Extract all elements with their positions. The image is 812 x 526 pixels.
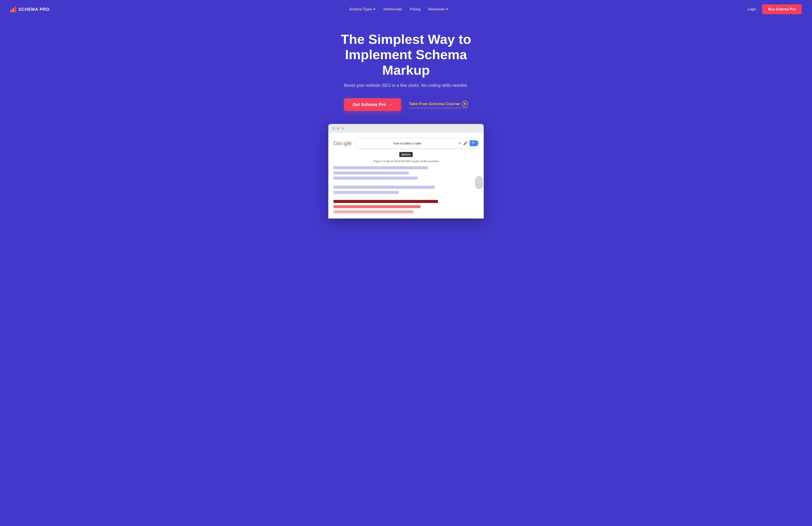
search-clear-icon[interactable]: ✕: [458, 141, 461, 145]
before-badge: Before: [399, 152, 412, 157]
nav-item-pricing[interactable]: Pricing: [410, 8, 420, 11]
hero-subtitle: Boost your website SEO in a few clicks. …: [344, 83, 468, 88]
result-line-5: [333, 191, 398, 194]
result-line-dark: [333, 200, 438, 203]
result-line-pink-light: [333, 210, 414, 213]
spacer: [333, 182, 479, 184]
free-course-link[interactable]: Take Free Schema Course: [409, 101, 468, 108]
browser-dot-1: [332, 127, 335, 130]
get-schema-pro-button[interactable]: Get Schema Pro →: [344, 98, 401, 111]
browser-content: Google how to bake a cake ✕ 🎤 🔍 Before P…: [328, 133, 484, 218]
browser-dot-2: [337, 127, 339, 130]
nav-right: Login Buy Schema Pro: [748, 4, 802, 14]
get-schema-pro-label: Get Schema Pro: [353, 102, 386, 107]
schema-types-chevron-icon: [373, 9, 375, 10]
browser-bar: [328, 124, 484, 133]
login-link[interactable]: Login: [748, 8, 756, 11]
resources-label: Resources: [428, 8, 445, 11]
logo-bar-2: [13, 8, 14, 12]
results-count: Page 6 of about 34,60,00,000 results (0.…: [333, 159, 479, 163]
result-line-4: [333, 186, 435, 189]
nav-item-resources[interactable]: Resources: [428, 8, 448, 11]
play-triangle-icon: [464, 102, 466, 105]
logo-icon: [10, 6, 16, 12]
hero-title: The Simplest Way to Implement Schema Mar…: [320, 31, 492, 78]
arrow-icon: →: [388, 102, 392, 107]
result-line-3: [333, 176, 418, 180]
result-line-pink-dark: [333, 205, 420, 208]
pricing-link[interactable]: Pricing: [410, 8, 420, 11]
logo[interactable]: SCHEMA PRO: [10, 6, 50, 12]
free-course-label: Take Free Schema Course: [409, 101, 460, 106]
logo-bar-3: [15, 6, 16, 12]
google-logo: Google: [333, 140, 352, 147]
resources-chevron-icon: [446, 9, 448, 10]
buy-button[interactable]: Buy Schema Pro: [762, 4, 802, 14]
play-circle-icon: [462, 101, 468, 107]
search-box[interactable]: how to bake a cake ✕ 🎤 🔍: [355, 138, 479, 148]
nav-item-testimonials[interactable]: Testimonials: [383, 8, 402, 11]
search-mic-icon[interactable]: 🎤: [463, 141, 467, 145]
browser-mockup: Google how to bake a cake ✕ 🎤 🔍 Before P…: [328, 124, 484, 218]
hero-cta: Get Schema Pro → Take Free Schema Course: [344, 98, 468, 111]
google-search-row: Google how to bake a cake ✕ 🎤 🔍: [333, 138, 479, 148]
testimonials-link[interactable]: Testimonials: [383, 8, 402, 11]
scrollbar-thumb[interactable]: [475, 176, 483, 189]
nav-item-schema-types[interactable]: Schema Types: [349, 8, 375, 11]
search-results-area: Before Page 6 of about 34,60,00,000 resu…: [333, 152, 479, 213]
schema-types-label: Schema Types: [349, 8, 372, 11]
result-line-1: [333, 166, 428, 169]
result-lines: [333, 166, 479, 213]
logo-bar-1: [10, 10, 12, 12]
search-query: how to bake a cake: [359, 141, 456, 145]
result-line-2: [333, 171, 409, 174]
browser-dot-3: [341, 127, 344, 130]
search-button[interactable]: 🔍: [470, 140, 478, 146]
navbar: SCHEMA PRO Schema Types Testimonials Pri…: [0, 0, 812, 18]
spacer2: [333, 196, 479, 198]
nav-links: Schema Types Testimonials Pricing Resour…: [349, 8, 448, 11]
hero-section: The Simplest Way to Implement Schema Mar…: [0, 18, 812, 218]
logo-text: SCHEMA PRO: [18, 7, 50, 12]
